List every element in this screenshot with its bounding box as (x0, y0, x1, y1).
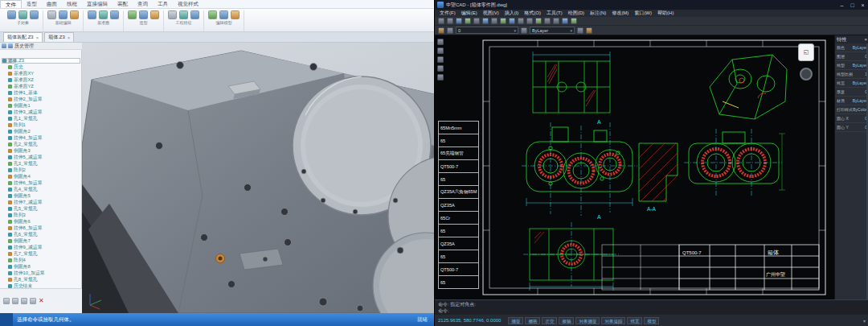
tree-item[interactable]: 基准面XY (0, 70, 82, 76)
line-icon[interactable] (437, 47, 444, 54)
gearbox-housing-model[interactable] (82, 43, 434, 313)
ribbon-tab[interactable]: 曲面 (42, 0, 62, 8)
menu-item[interactable]: 绘图(D) (568, 10, 584, 17)
zoom-window-icon[interactable] (535, 18, 542, 24)
bottom-view[interactable] (523, 222, 620, 291)
ribbon-tool-icon[interactable] (219, 10, 228, 19)
tree-item[interactable]: 拉伸5_减运算 (0, 154, 82, 160)
menu-item[interactable]: 格式(O) (524, 10, 541, 17)
property-row[interactable]: 线型 ByLayer (835, 61, 868, 70)
status-toggle-button[interactable]: 对象追踪 (601, 317, 625, 324)
document-tab[interactable]: 箱体.Z3 × (44, 32, 74, 42)
circle-icon[interactable] (437, 56, 444, 63)
ribbon-tool-icon[interactable] (88, 10, 96, 19)
tree-item[interactable]: 阵列1 (0, 122, 82, 128)
ribbon-tool-icon[interactable] (190, 10, 199, 19)
ribbon-tool-icon[interactable] (70, 10, 79, 19)
tree-item[interactable]: 箱体.Z3 (0, 57, 82, 64)
ribbon-tab[interactable]: 视觉样式 (173, 0, 203, 8)
tree-item[interactable]: 孔4_常规孔 (0, 186, 82, 192)
property-row[interactable]: 圆心 Y 0 (835, 123, 868, 132)
tree-item[interactable]: 基准面YZ (0, 83, 82, 89)
tree-item[interactable]: 基准面XZ (0, 76, 82, 83)
layer-manager-icon[interactable] (438, 27, 444, 34)
material-list-row[interactable]: 65Cr (439, 211, 478, 224)
tree-item[interactable]: 孔3_常规孔 (0, 160, 82, 167)
side-view[interactable] (684, 129, 785, 196)
status-icon[interactable] (0, 313, 13, 326)
ribbon-tool-icon[interactable] (139, 10, 148, 19)
status-toggle-button[interactable]: 正交 (542, 317, 557, 324)
tree-item[interactable]: 阵列3 (0, 212, 82, 218)
tree-item[interactable]: 拉伸6_加运算 (0, 180, 82, 186)
tree-item[interactable]: 孔2_常规孔 (0, 141, 82, 147)
select-icon[interactable] (437, 39, 444, 45)
cut-icon[interactable] (500, 18, 506, 24)
ribbon-tab[interactable]: 工具 (153, 0, 173, 8)
ribbon-tool-icon[interactable] (30, 10, 39, 19)
tree-item[interactable]: 拉伸2_加运算 (0, 96, 82, 102)
top-view[interactable] (533, 52, 610, 113)
undo-icon[interactable] (482, 18, 489, 24)
minimize-button[interactable]: – (838, 2, 845, 8)
material-list-row[interactable]: QT500-7 (439, 159, 478, 172)
tree-item[interactable]: 历史 (0, 64, 82, 70)
tree-tab-icon[interactable] (2, 43, 6, 48)
material-list-row[interactable]: 65 (439, 224, 478, 237)
material-list-row[interactable]: 65 (439, 134, 478, 146)
plot-icon[interactable] (465, 18, 471, 24)
history-back-icon[interactable] (3, 298, 10, 304)
ribbon-tool-icon[interactable] (208, 10, 217, 19)
tree-item[interactable]: 历史结束 (0, 283, 82, 288)
ribbon-tool-icon[interactable] (179, 10, 188, 19)
new-icon[interactable] (438, 18, 444, 24)
erase-icon[interactable] (437, 74, 444, 80)
material-list-row[interactable]: QZ35A (439, 198, 478, 211)
pan-icon[interactable] (526, 18, 533, 24)
tree-item[interactable]: 孔8_常规孔 (0, 276, 82, 283)
history-forward-icon[interactable] (12, 298, 18, 304)
redo-icon[interactable] (491, 18, 497, 24)
help-icon[interactable] (571, 18, 577, 24)
layer-state-icon[interactable] (447, 27, 453, 34)
property-row[interactable]: 线型比例 1 (835, 70, 868, 79)
tree-item[interactable]: 孔6_常规孔 (0, 231, 82, 237)
material-list-row[interactable]: QZ35A (439, 237, 478, 250)
refresh-icon[interactable] (30, 298, 36, 304)
menu-item[interactable]: 修改(M) (612, 10, 628, 17)
zoom-previous-icon[interactable] (544, 18, 551, 24)
ribbon-tool-icon[interactable] (18, 10, 27, 19)
drawing-workspace[interactable]: 65Mn5mm 65 65先端钢管 QT500-7 65 (435, 35, 868, 299)
ribbon-tab[interactable]: 文件 (0, 0, 22, 8)
assembly-tab-icon[interactable] (8, 43, 13, 48)
lineweight-icon[interactable] (586, 27, 592, 34)
highlighted-hole[interactable] (216, 254, 225, 263)
model-viewport[interactable] (82, 43, 434, 313)
trim-icon[interactable] (437, 65, 444, 72)
ribbon-tab[interactable]: 造型 (22, 0, 42, 8)
material-list-row[interactable]: 65 (439, 250, 478, 262)
material-list-row[interactable]: 65先端钢管 (439, 146, 478, 159)
front-view[interactable]: A A (522, 119, 637, 220)
ribbon-tab[interactable]: 装配 (113, 0, 133, 8)
close-tab-icon[interactable]: × (68, 35, 71, 40)
tree-item[interactable]: 拉伸4_加运算 (0, 134, 82, 141)
ribbon-tool-icon[interactable] (168, 10, 177, 19)
tree-item[interactable]: 阵列4 (0, 257, 82, 263)
tree-item[interactable]: 拉伸8_加运算 (0, 225, 82, 231)
status-menu-icon[interactable]: ▾ (863, 318, 866, 324)
tree-item[interactable]: 拉伸7_减运算 (0, 199, 82, 205)
color-icon[interactable] (521, 27, 527, 34)
tree-item[interactable]: 拉伸10_加运算 (0, 270, 82, 276)
layers-icon[interactable] (562, 18, 568, 24)
replay-icon[interactable] (21, 298, 27, 304)
menu-item[interactable]: 帮助(H) (657, 10, 674, 17)
close-tab-icon[interactable]: × (36, 35, 39, 40)
status-toggle-button[interactable]: 线宽 (627, 317, 642, 324)
property-row[interactable]: 线宽 ByLayer (835, 79, 868, 88)
section-view[interactable]: A-A (639, 143, 678, 212)
property-row[interactable]: 打印样式 ByColor (835, 105, 868, 114)
close-button[interactable]: × (859, 2, 866, 8)
material-list-row[interactable]: 65 (439, 275, 478, 288)
ribbon-tool-icon[interactable] (47, 10, 56, 19)
